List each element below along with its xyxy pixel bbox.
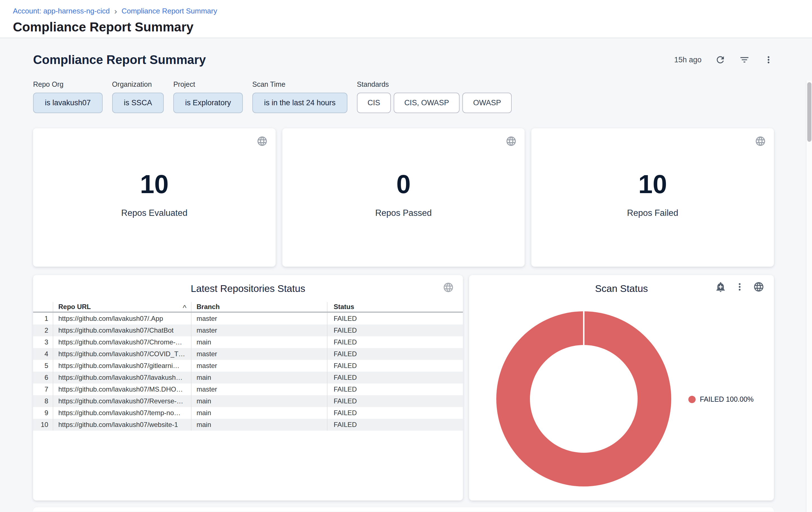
column-header-status[interactable]: Status	[327, 302, 463, 312]
repo-url-cell: https://github.com/lavakush07/Chrome-…	[53, 336, 191, 348]
status-cell: FAILED	[327, 348, 463, 360]
table-row[interactable]: 9 https://github.com/lavakush07/temp-no……	[33, 407, 463, 419]
table-row[interactable]: 7 https://github.com/lavakush07/MS.DHO… …	[33, 383, 463, 395]
repos-passed-label: Repos Passed	[375, 208, 432, 218]
row-number: 2	[33, 326, 53, 334]
filter-repo-org-chip[interactable]: is lavakush07	[33, 92, 103, 113]
next-card-partial	[33, 507, 774, 512]
breadcrumb-account-link[interactable]: Account: app-harness-ng-cicd	[13, 7, 110, 16]
dashboard-controls: 15h ago	[674, 54, 774, 65]
filter-bar: Repo Org is lavakush07 Organization is S…	[33, 80, 774, 113]
page-header: Account: app-harness-ng-cicd › Complianc…	[0, 0, 812, 38]
breadcrumb-current-link[interactable]: Compliance Report Summary	[121, 7, 217, 16]
status-cell: FAILED	[327, 324, 463, 336]
column-header-branch[interactable]: Branch	[191, 302, 327, 312]
filter-project: Project is Exploratory	[173, 80, 243, 113]
column-header-repo-url[interactable]: Repo URL ^	[53, 302, 191, 312]
dashboard-content: Compliance Report Summary 15h ago Repo O…	[0, 53, 812, 512]
branch-cell: master	[191, 360, 327, 372]
standards-option-owasp[interactable]: OWASP	[462, 92, 512, 113]
globe-icon	[753, 281, 764, 293]
row-number: 10	[33, 421, 53, 429]
row-number: 9	[33, 409, 53, 417]
filter-icon[interactable]	[739, 54, 750, 65]
filter-organization: Organization is SSCA	[112, 80, 164, 113]
status-cell: FAILED	[327, 383, 463, 395]
stat-card-repos-evaluated: 10 Repos Evaluated	[33, 128, 276, 267]
row-number: 6	[33, 374, 53, 381]
table-row[interactable]: 3 https://github.com/lavakush07/Chrome-……	[33, 336, 463, 348]
globe-icon	[443, 282, 454, 293]
standards-option-cis-owasp[interactable]: CIS, OWASP	[394, 92, 460, 113]
kebab-menu-icon[interactable]	[734, 281, 745, 293]
branch-cell: main	[191, 372, 327, 383]
donut-hole	[530, 345, 638, 453]
latest-repositories-card: Latest Repositories Status Repo URL ^ Br…	[33, 275, 463, 501]
table-row[interactable]: 1 https://github.com/lavakush07/.App mas…	[33, 313, 463, 324]
table-row[interactable]: 2 https://github.com/lavakush07/ChatBot …	[33, 324, 463, 336]
repo-url-cell: https://github.com/lavakush07/ChatBot	[53, 324, 191, 336]
bell-add-alert-icon[interactable]	[715, 281, 726, 293]
branch-cell: master	[191, 324, 327, 336]
row-number: 8	[33, 397, 53, 405]
vertical-scrollbar-track[interactable]	[806, 81, 812, 512]
breadcrumb: Account: app-harness-ng-cicd › Complianc…	[13, 7, 812, 16]
row-number: 3	[33, 338, 53, 346]
status-cell: FAILED	[327, 372, 463, 383]
filter-repo-org: Repo Org is lavakush07	[33, 80, 103, 113]
stat-card-repos-passed: 0 Repos Passed	[282, 128, 525, 267]
repo-url-cell: https://github.com/lavakush07/lavakush…	[53, 372, 191, 383]
branch-cell: main	[191, 395, 327, 407]
page-title: Compliance Report Summary	[13, 19, 812, 34]
branch-cell: master	[191, 383, 327, 395]
dashboard-header: Compliance Report Summary 15h ago	[33, 53, 774, 67]
standards-option-cis[interactable]: CIS	[357, 92, 391, 113]
stat-card-repos-failed: 10 Repos Failed	[531, 128, 774, 267]
table-row[interactable]: 10 https://github.com/lavakush07/website…	[33, 419, 463, 431]
sort-ascending-icon[interactable]: ^	[183, 305, 186, 311]
row-number: 7	[33, 385, 53, 393]
globe-icon	[505, 136, 517, 147]
status-cell: FAILED	[327, 407, 463, 419]
legend-dot	[688, 396, 696, 403]
filter-scan-time-chip[interactable]: is in the last 24 hours	[252, 92, 347, 113]
donut-chart[interactable]	[496, 311, 671, 486]
repo-url-cell: https://github.com/lavakush07/COVID_T…	[53, 348, 191, 360]
last-updated-label: 15h ago	[674, 56, 701, 64]
globe-icon	[755, 136, 766, 147]
table-row[interactable]: 8 https://github.com/lavakush07/Reverse-…	[33, 395, 463, 407]
filter-standards-label: Standards	[357, 80, 512, 88]
row-number: 1	[33, 315, 53, 323]
refresh-icon[interactable]	[715, 54, 726, 65]
standards-button-group: CIS CIS, OWASP OWASP	[357, 92, 512, 113]
table-header-row: Repo URL ^ Branch Status	[33, 302, 463, 313]
chart-legend-failed[interactable]: FAILED 100.00%	[688, 395, 754, 403]
kebab-menu-icon[interactable]	[763, 54, 774, 65]
chevron-right-icon: ›	[114, 7, 117, 15]
status-cell: FAILED	[327, 395, 463, 407]
donut-segment-divider	[583, 311, 585, 345]
scan-status-card-actions	[715, 281, 764, 293]
repo-url-cell: https://github.com/lavakush07/MS.DHO…	[53, 383, 191, 395]
branch-cell: main	[191, 419, 327, 431]
row-number: 5	[33, 362, 53, 370]
vertical-scrollbar-thumb[interactable]	[807, 82, 811, 142]
repos-evaluated-label: Repos Evaluated	[121, 208, 187, 218]
repo-url-cell: https://github.com/lavakush07/gitlearni…	[53, 360, 191, 372]
filter-project-chip[interactable]: is Exploratory	[173, 92, 243, 113]
repo-url-cell: https://github.com/lavakush07/website-1	[53, 419, 191, 431]
filter-project-label: Project	[173, 80, 243, 88]
filter-scan-time: Scan Time is in the last 24 hours	[252, 80, 347, 113]
table-row[interactable]: 6 https://github.com/lavakush07/lavakush…	[33, 372, 463, 383]
repo-url-cell: https://github.com/lavakush07/temp-no…	[53, 407, 191, 419]
branch-cell: master	[191, 348, 327, 360]
filter-standards: Standards CIS CIS, OWASP OWASP	[357, 80, 512, 113]
filter-repo-org-label: Repo Org	[33, 80, 103, 88]
table-row[interactable]: 4 https://github.com/lavakush07/COVID_T……	[33, 348, 463, 360]
repos-failed-value: 10	[638, 169, 667, 199]
filter-organization-label: Organization	[112, 80, 164, 88]
branch-cell: main	[191, 407, 327, 419]
table-row[interactable]: 5 https://github.com/lavakush07/gitlearn…	[33, 360, 463, 372]
stat-card-row: 10 Repos Evaluated 0 Repos Passed 10 Rep…	[33, 128, 774, 267]
filter-organization-chip[interactable]: is SSCA	[112, 92, 164, 113]
